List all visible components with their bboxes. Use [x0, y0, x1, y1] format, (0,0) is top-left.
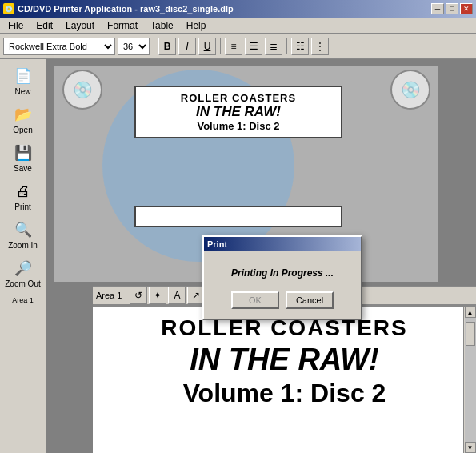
bottom-title-line2: IN THE RAW! [109, 342, 460, 379]
new-icon: 📄 [12, 65, 34, 87]
align-right-button[interactable]: ≣ [265, 38, 282, 55]
cd-icon-right: 💿 [390, 70, 430, 110]
area-status: Area 1 [12, 296, 34, 304]
bottom-title-line3: Volume 1: Disc 2 [109, 378, 460, 408]
scroll-thumb[interactable] [466, 322, 475, 346]
cd-icon-left: 💿 [62, 70, 102, 110]
main-area: 📄 New 📂 Open 💾 Save 🖨 Print 🔍 Zoom In 🔎 … [0, 59, 476, 453]
save-icon: 💾 [12, 142, 34, 164]
menu-table[interactable]: Table [144, 18, 180, 33]
cd-title-line2: IN THE RAW! [142, 104, 334, 120]
bold-button[interactable]: B [158, 38, 176, 55]
list2-button[interactable]: ⋮ [311, 38, 329, 55]
menu-help[interactable]: Help [180, 18, 213, 33]
cd-bottom-placeholder [142, 212, 334, 221]
toolbar-separator-1 [154, 38, 154, 54]
dialog-buttons: OK Cancel [217, 291, 348, 309]
window-title: CD/DVD Printer Application - raw3_disc2_… [18, 4, 234, 14]
new-tool-label: New [14, 87, 30, 97]
dialog-body: Printing In Progress ... OK Cancel [204, 251, 361, 319]
scroll-track [465, 318, 476, 442]
list1-button[interactable]: ☷ [291, 38, 309, 55]
scroll-up-button[interactable]: ▲ [465, 307, 476, 318]
text-button[interactable]: A [168, 287, 186, 304]
print-icon: 🖨 [12, 180, 34, 202]
scroll-down-button[interactable]: ▼ [465, 442, 476, 453]
new-tool-button[interactable]: 📄 New [3, 62, 43, 99]
save-tool-button[interactable]: 💾 Save [3, 139, 43, 176]
align-center-button[interactable]: ☰ [245, 38, 262, 55]
rotate-button[interactable]: ↺ [130, 287, 147, 304]
close-button[interactable]: ✕ [460, 3, 473, 14]
menu-bar: File Edit Layout Format Table Help [0, 18, 476, 34]
menu-format[interactable]: Format [101, 18, 144, 33]
align-left-button[interactable]: ≡ [225, 38, 242, 55]
open-tool-button[interactable]: 📂 Open [3, 101, 43, 138]
cd-title-line3: Volume 1: Disc 2 [142, 120, 334, 132]
dialog-cancel-button[interactable]: Cancel [286, 291, 334, 309]
bottom-panel-content: ROLLER COASTERS IN THE RAW! Volume 1: Di… [93, 307, 476, 417]
font-selector[interactable]: Rockwell Extra Bold [3, 38, 115, 55]
print-tool-button[interactable]: 🖨 Print [3, 178, 43, 214]
restore-button[interactable]: □ [446, 3, 458, 14]
cd-top-label: ROLLER COASTERS IN THE RAW! Volume 1: Di… [134, 86, 342, 138]
toolbar-separator-3 [286, 38, 287, 54]
zoom-in-icon: 🔍 [12, 218, 34, 241]
toolbar: Rockwell Extra Bold 36 B I U ≡ ☰ ≣ ☷ ⋮ [0, 34, 476, 59]
bottom-scrollbar: ▲ ▼ [463, 307, 476, 453]
menu-file[interactable]: File [2, 18, 30, 33]
font-size-selector[interactable]: 36 [118, 38, 150, 55]
underline-button[interactable]: U [198, 38, 216, 55]
open-icon: 📂 [12, 103, 34, 126]
dialog-ok-button[interactable]: OK [231, 291, 279, 309]
italic-button[interactable]: I [178, 38, 196, 55]
left-toolbar: 📄 New 📂 Open 💾 Save 🖨 Print 🔍 Zoom In 🔎 … [0, 59, 46, 453]
print-dialog: Print Printing In Progress ... OK Cancel [202, 235, 362, 320]
dialog-message: Printing In Progress ... [217, 267, 348, 279]
zoom-out-tool-label: Zoom Out [5, 279, 40, 289]
cd-bottom-label [134, 206, 342, 227]
open-tool-label: Open [13, 126, 32, 135]
star-button[interactable]: ✦ [149, 287, 166, 304]
bottom-panel: ROLLER COASTERS IN THE RAW! Volume 1: Di… [93, 305, 476, 453]
zoom-out-icon: 🔎 [12, 257, 34, 279]
area-label: Area 1 [96, 291, 122, 300]
dialog-title: Print [207, 239, 227, 249]
zoom-out-tool-button[interactable]: 🔎 Zoom Out [3, 255, 43, 291]
save-tool-label: Save [14, 164, 32, 174]
app-icon: 💿 [3, 3, 14, 14]
canvas-area[interactable]: 💿 💿 ROLLER COASTERS IN THE RAW! Volume 1… [46, 59, 476, 453]
minimize-button[interactable]: ─ [431, 3, 444, 14]
title-bar: 💿 CD/DVD Printer Application - raw3_disc… [0, 0, 476, 18]
zoom-in-tool-label: Zoom In [8, 241, 38, 251]
print-tool-label: Print [14, 202, 31, 212]
zoom-in-tool-button[interactable]: 🔍 Zoom In [3, 216, 43, 253]
title-bar-text: 💿 CD/DVD Printer Application - raw3_disc… [3, 3, 234, 14]
toolbar-separator-2 [220, 38, 221, 54]
menu-edit[interactable]: Edit [30, 18, 59, 33]
menu-layout[interactable]: Layout [59, 18, 101, 33]
cd-title-line1: ROLLER COASTERS [142, 92, 334, 104]
title-bar-buttons: ─ □ ✕ [431, 3, 473, 14]
dialog-title-bar: Print [204, 237, 361, 251]
